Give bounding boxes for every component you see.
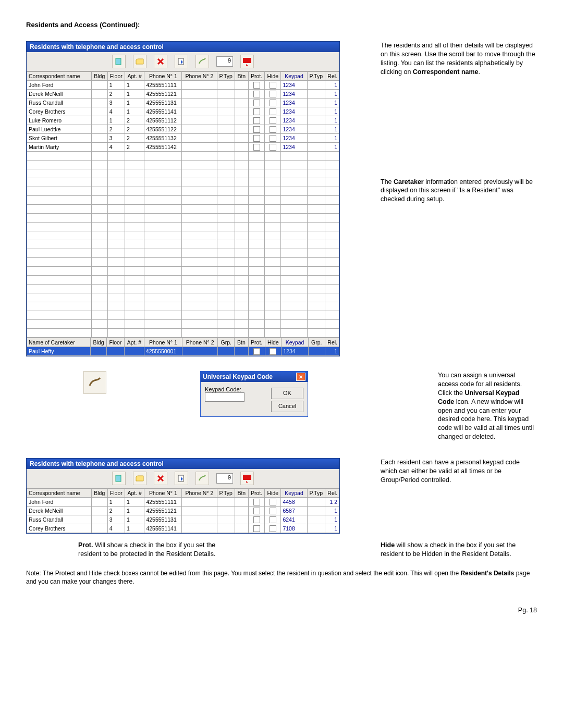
table-row-empty — [27, 231, 339, 240]
table-row-empty — [27, 205, 339, 214]
dialog-title: Universal Keypad Code — [203, 373, 273, 380]
folder-icon[interactable] — [133, 472, 146, 485]
column-header: P.Typ — [217, 72, 235, 81]
column-header: Hide — [265, 489, 281, 498]
column-header: Rel. — [325, 72, 339, 81]
table-row-empty — [27, 161, 339, 169]
universal-keypad-icon[interactable] — [195, 55, 209, 68]
column-header: Hide — [265, 338, 282, 347]
page-number: Pg. 18 — [26, 607, 537, 614]
keypad-code-label: Keypad Code: — [205, 386, 241, 392]
ok-button[interactable]: OK — [271, 388, 303, 399]
column-header: Prot. — [248, 489, 264, 498]
new-icon[interactable] — [112, 55, 126, 68]
column-header[interactable]: Name of Caretaker — [27, 338, 91, 347]
toolbar-2: 9 — [27, 469, 339, 488]
page-title: Residents and Access (Continued): — [26, 21, 537, 29]
table-row-empty — [27, 187, 339, 196]
toolbar: 9 — [27, 52, 339, 71]
annotation-hide: Hide will show a check in the box if you… — [381, 541, 537, 559]
cancel-button[interactable]: Cancel — [271, 401, 303, 412]
column-header: P.Typ — [307, 72, 325, 81]
column-header[interactable]: Correspondent name — [27, 72, 92, 81]
table-row[interactable]: Corey Brothers41425555114171081 — [27, 524, 339, 533]
folder-icon[interactable] — [133, 55, 146, 68]
checkbox — [253, 126, 260, 133]
column-header: Rel. — [325, 338, 339, 347]
checkbox — [253, 108, 260, 115]
new-icon[interactable] — [112, 472, 126, 485]
universal-keypad-icon[interactable] — [195, 472, 209, 485]
column-header: Phone N° 1 — [144, 489, 182, 498]
column-header: Floor — [107, 72, 125, 81]
keypad-code-input[interactable] — [205, 392, 244, 402]
column-header: Grp. — [218, 338, 235, 347]
residents-table-1: Correspondent nameBldgFloorApt. #Phone N… — [27, 71, 339, 338]
column-header: P.Typ — [217, 489, 235, 498]
checkbox — [270, 499, 276, 505]
table-row-empty — [27, 240, 339, 249]
table-row-empty — [27, 302, 339, 311]
table-row[interactable]: Derek McNeill21425555112165871 — [27, 507, 339, 515]
checkbox — [270, 516, 276, 523]
import-icon[interactable] — [175, 472, 188, 485]
column-header: Apt. # — [125, 489, 144, 498]
residents-window-1: Residents with telephone and access cont… — [26, 41, 340, 356]
svg-rect-5 — [243, 475, 251, 480]
table-row[interactable]: John Ford11425555111112341 — [27, 81, 339, 90]
column-header: Phone N° 1 — [144, 72, 182, 81]
count-field: 9 — [216, 56, 233, 67]
column-header: Phone N° 2 — [182, 489, 217, 498]
table-row[interactable]: Paul Luedtke22425555112212341 — [27, 125, 339, 134]
checkbox — [253, 144, 260, 151]
table-row-empty — [27, 214, 339, 223]
caretaker-row[interactable]: Paul Hefty425555000112341 — [27, 347, 339, 356]
table-row-empty — [27, 178, 339, 187]
delete-icon[interactable] — [154, 55, 167, 68]
exit-icon[interactable] — [240, 472, 254, 485]
checkbox — [270, 525, 276, 532]
close-icon[interactable]: ✕ — [296, 373, 305, 381]
table-row-empty — [27, 223, 339, 231]
table-row[interactable]: Martin Marty42425555114212341 — [27, 143, 339, 152]
svg-rect-0 — [116, 58, 121, 65]
column-header: Prot. — [248, 72, 264, 81]
column-header[interactable]: Correspondent name — [27, 489, 92, 498]
column-header: Phone N° 1 — [144, 338, 182, 347]
table-row[interactable]: Derek McNeill21425555112112341 — [27, 90, 339, 98]
universal-keypad-standalone-icon[interactable] — [83, 371, 106, 394]
column-header: Grp. — [308, 338, 325, 347]
column-header: Rel. — [325, 489, 339, 498]
column-header: Floor — [107, 489, 125, 498]
import-icon[interactable] — [175, 55, 188, 68]
checkbox — [253, 499, 260, 505]
table-row[interactable]: John Ford11425555111144581 2 — [27, 498, 339, 507]
checkbox — [253, 525, 260, 532]
delete-icon[interactable] — [154, 472, 167, 485]
table-row[interactable]: Russ Crandall31425555113112341 — [27, 98, 339, 107]
checkbox — [270, 144, 276, 151]
table-row[interactable]: Luke Romero12425555111212341 — [27, 116, 339, 125]
checkbox — [270, 117, 276, 124]
table-row-empty — [27, 169, 339, 178]
table-row[interactable]: Corey Brothers41425555114112341 — [27, 107, 339, 116]
column-header: Btn — [235, 489, 248, 498]
table-row[interactable]: Russ Crandall31425555113162411 — [27, 515, 339, 524]
table-row[interactable]: Skot Gilbert32425555113212341 — [27, 134, 339, 143]
exit-icon[interactable] — [240, 55, 254, 68]
checkbox — [270, 135, 276, 142]
column-header: P.Typ — [307, 489, 325, 498]
table-row-empty — [27, 276, 339, 285]
checkbox — [253, 348, 260, 355]
table-row-empty — [27, 311, 339, 320]
column-header: Keypad — [281, 489, 307, 498]
checkbox — [270, 108, 276, 115]
checkbox — [253, 135, 260, 142]
universal-keypad-dialog: Universal Keypad Code ✕ Keypad Code: OK … — [200, 371, 308, 417]
column-header: Bldg — [91, 72, 107, 81]
annotation-prot: Prot. Will show a check in the box if yo… — [78, 541, 235, 559]
column-header: Keypad — [282, 338, 309, 347]
checkbox — [253, 508, 260, 514]
checkbox — [253, 516, 260, 523]
window-titlebar: Residents with telephone and access cont… — [27, 42, 339, 52]
